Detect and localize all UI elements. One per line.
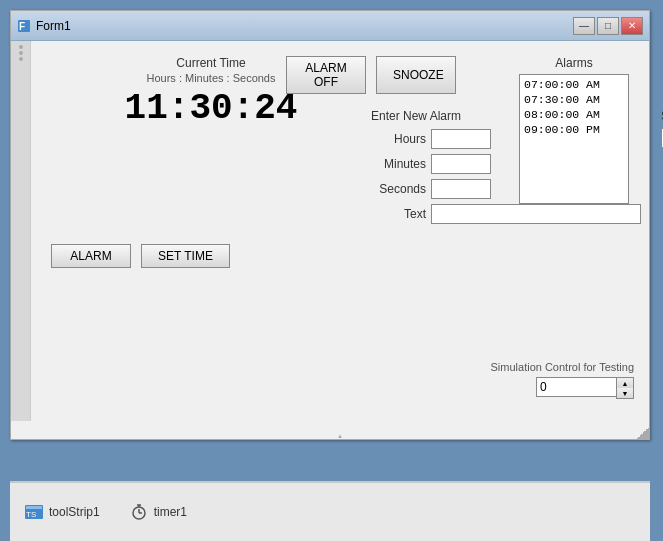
window-icon: F xyxy=(17,19,31,33)
simulation-input[interactable] xyxy=(536,377,616,397)
title-bar-left: F Form1 xyxy=(17,19,71,33)
strip-dot xyxy=(19,51,23,55)
timer-icon xyxy=(130,503,148,521)
alarms-title: Alarms xyxy=(519,56,629,70)
alarm-item[interactable]: 08:00:00 AM xyxy=(522,107,626,122)
alarm-item[interactable]: 07:00:00 AM xyxy=(522,77,626,92)
svg-text:TS: TS xyxy=(26,510,36,519)
simulation-decrement-button[interactable]: ▼ xyxy=(617,388,633,398)
tray-item-toolstrip[interactable]: TS toolStrip1 xyxy=(25,503,100,521)
simulation-spinner-buttons: ▲ ▼ xyxy=(616,377,634,399)
alarm-item[interactable]: 07:30:00 AM xyxy=(522,92,626,107)
snooze-button[interactable]: SNOOZE xyxy=(376,56,456,94)
resize-handle[interactable] xyxy=(637,427,649,439)
left-strip xyxy=(11,41,31,421)
alarm-item[interactable]: 09:00:00 PM xyxy=(522,122,626,137)
timer-label: timer1 xyxy=(154,505,187,519)
time-display: 11:30:24 xyxy=(51,88,371,129)
simulation-spinner: ▲ ▼ xyxy=(491,377,634,399)
strip-dot xyxy=(19,45,23,49)
seconds-label: Seconds xyxy=(371,182,426,196)
svg-text:F: F xyxy=(19,21,25,32)
simulation-increment-button[interactable]: ▲ xyxy=(617,378,633,388)
resize-center-handle[interactable] xyxy=(334,433,346,439)
tray-item-timer[interactable]: timer1 xyxy=(130,503,187,521)
toolstrip-icon: TS xyxy=(25,503,43,521)
maximize-button[interactable]: □ xyxy=(597,17,619,35)
svg-rect-3 xyxy=(26,506,42,509)
hours-input[interactable] xyxy=(431,129,491,149)
toolstrip-label: toolStrip1 xyxy=(49,505,100,519)
close-button[interactable]: ✕ xyxy=(621,17,643,35)
minimize-button[interactable]: — xyxy=(573,17,595,35)
alarm-text-input[interactable] xyxy=(431,204,641,224)
hours-label: Hours xyxy=(371,132,426,146)
main-content: Alarms 07:00:00 AM 07:30:00 AM 08:00:00 … xyxy=(31,41,649,439)
simulation-label: Simulation Control for Testing xyxy=(491,361,634,373)
set-time-button[interactable]: SET TIME xyxy=(141,244,230,268)
text-row: Text xyxy=(371,204,641,224)
text-label: Text xyxy=(371,207,426,221)
strip-dot xyxy=(19,57,23,61)
bottom-buttons-row: ALARM SET TIME xyxy=(51,244,351,268)
minutes-input[interactable] xyxy=(431,154,491,174)
alarms-section: Alarms 07:00:00 AM 07:30:00 AM 08:00:00 … xyxy=(519,56,629,204)
seconds-input[interactable] xyxy=(431,179,491,199)
alarm-button[interactable]: ALARM xyxy=(51,244,131,268)
title-bar: F Form1 — □ ✕ xyxy=(11,11,649,41)
title-buttons: — □ ✕ xyxy=(573,17,643,35)
alarm-off-button[interactable]: ALARM OFF xyxy=(286,56,366,94)
window-title: Form1 xyxy=(36,19,71,33)
bottom-tray: TS toolStrip1 timer1 xyxy=(10,481,650,541)
alarms-listbox[interactable]: 07:00:00 AM 07:30:00 AM 08:00:00 AM 09:0… xyxy=(519,74,629,204)
simulation-control: Simulation Control for Testing ▲ ▼ xyxy=(491,361,634,399)
minutes-label: Minutes xyxy=(371,157,426,171)
main-window: F Form1 — □ ✕ Alarms 07:00:00 AM 07:30:0… xyxy=(10,10,650,440)
